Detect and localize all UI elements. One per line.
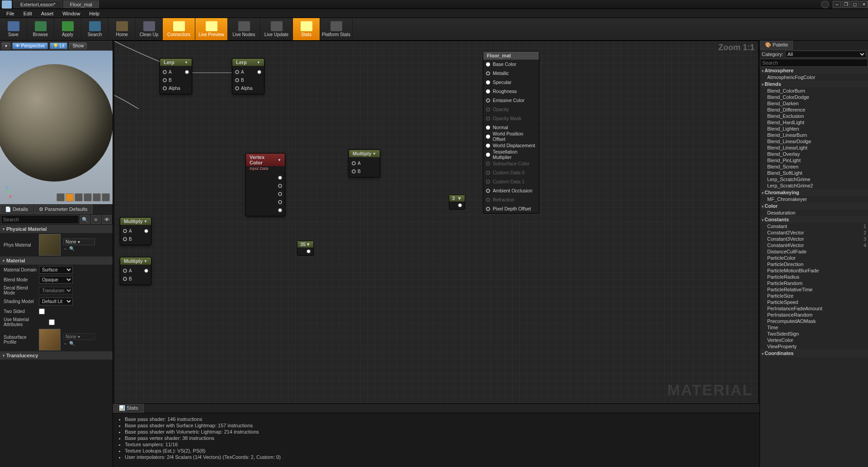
decal-blend-select[interactable]: Translucent: [39, 287, 73, 294]
platform-stats-button[interactable]: Platform Stats: [320, 18, 353, 40]
palette-group-header[interactable]: Color: [760, 202, 868, 210]
search-icon[interactable]: 🔍: [80, 215, 90, 224]
palette-item[interactable]: VertexColor: [760, 337, 868, 343]
palette-item[interactable]: ParticleMotionBlurFade: [760, 267, 868, 274]
palette-group-header[interactable]: Constants: [760, 216, 868, 223]
shape-sphere-button[interactable]: [66, 193, 74, 201]
palette-group-header[interactable]: Blends: [760, 80, 868, 88]
node-vertex-color[interactable]: Vertex Color▼ Input Data: [245, 153, 285, 216]
palette-item[interactable]: Blend_ColorDodge: [760, 94, 868, 100]
menu-edit[interactable]: Edit: [19, 10, 37, 17]
palette-item[interactable]: MF_Chromakeyer: [760, 196, 868, 202]
node-constant-35[interactable]: 35▼: [297, 241, 314, 256]
details-search-input[interactable]: [1, 215, 79, 224]
menu-window[interactable]: Window: [58, 10, 85, 17]
palette-list[interactable]: AtmosphereAtmosphericFogColorBlendsBlend…: [760, 67, 868, 467]
palette-item[interactable]: Blend_SoftLight: [760, 170, 868, 176]
tab-floor-mat[interactable]: Floor_mat: [63, 0, 99, 8]
node-constant-3[interactable]: 3▼: [449, 195, 465, 210]
node-lerp-2[interactable]: Lerp▼ A B Alpha: [232, 58, 264, 94]
search-button[interactable]: Search: [81, 18, 108, 40]
minimize-button[interactable]: ‒: [833, 1, 841, 8]
live-preview-button[interactable]: Live Preview: [195, 18, 228, 40]
palette-tab[interactable]: 🎨 Palette: [760, 41, 793, 50]
use-material-attr-checkbox[interactable]: [49, 319, 55, 325]
node-material-result[interactable]: Floor_mat Base Color Metallic Specular R…: [483, 51, 539, 214]
details-tab[interactable]: 📄 Details: [0, 205, 33, 214]
section-material[interactable]: Material: [0, 257, 113, 265]
palette-item[interactable]: Time: [760, 324, 868, 331]
shape-cylinder-button[interactable]: [57, 193, 65, 201]
palette-item[interactable]: ParticleRandom: [760, 280, 868, 286]
subsurface-thumb[interactable]: [39, 329, 61, 350]
palette-item[interactable]: Blend_Exclusion: [760, 113, 868, 119]
phys-material-dropdown[interactable]: None ▾: [63, 238, 95, 245]
palette-item[interactable]: ParticleSpeed: [760, 299, 868, 305]
palette-item[interactable]: PerInstanceFadeAmount: [760, 305, 868, 312]
material-preview-viewport[interactable]: Z Y X: [0, 51, 113, 204]
section-translucency[interactable]: Translucency: [0, 351, 113, 360]
browse-button[interactable]: Browse: [27, 18, 54, 40]
live-update-button[interactable]: Live Update: [260, 18, 293, 40]
palette-item[interactable]: DistanceCullFade: [760, 248, 868, 255]
palette-item[interactable]: Blend_PinLight: [760, 157, 868, 163]
stats-tab[interactable]: 📊 Stats: [113, 404, 144, 413]
live-nodes-button[interactable]: Live Nodes: [228, 18, 260, 40]
palette-item[interactable]: ParticleColor: [760, 255, 868, 261]
palette-category-select[interactable]: All: [785, 51, 866, 58]
palette-item[interactable]: Blend_LinearDodge: [760, 138, 868, 145]
source-control-icon[interactable]: [821, 1, 829, 8]
palette-item[interactable]: Blend_Lighten: [760, 126, 868, 132]
palette-item[interactable]: Blend_Overlay: [760, 151, 868, 157]
asset-nav-arrows[interactable]: ← 🔍: [63, 246, 95, 251]
restore-button[interactable]: ❐: [842, 1, 850, 8]
shading-model-select[interactable]: Default Lit: [39, 298, 73, 305]
lit-button[interactable]: 💡 Lit: [50, 42, 67, 49]
material-domain-select[interactable]: Surface: [39, 266, 73, 274]
palette-item[interactable]: PrecomputedAOMask: [760, 318, 868, 324]
close-button[interactable]: ✕: [860, 1, 868, 8]
menu-help[interactable]: Help: [85, 10, 104, 17]
palette-item[interactable]: Blend_Screen: [760, 163, 868, 170]
menu-asset[interactable]: Asset: [37, 10, 58, 17]
tab-exterior[interactable]: ExteriorLesson*: [14, 0, 62, 8]
apply-button[interactable]: Apply: [54, 18, 81, 40]
view-options-icon[interactable]: ≡: [91, 215, 101, 224]
node-multiply-2[interactable]: Multiply▼ A B: [120, 257, 151, 285]
palette-item[interactable]: Constant1: [760, 223, 868, 229]
palette-item[interactable]: Constant3Vector3: [760, 236, 868, 242]
show-button[interactable]: Show: [69, 42, 87, 49]
palette-item[interactable]: ParticleSize: [760, 293, 868, 299]
palette-search-input[interactable]: [760, 59, 868, 67]
connectors-button[interactable]: Connectors: [163, 18, 195, 40]
palette-item[interactable]: Blend_Difference: [760, 107, 868, 113]
palette-item[interactable]: Blend_Darken: [760, 100, 868, 107]
save-button[interactable]: Save: [0, 18, 27, 40]
palette-item[interactable]: TwoSidedSign: [760, 331, 868, 337]
palette-item[interactable]: Lerp_ScratchGrime: [760, 176, 868, 182]
palette-item[interactable]: ViewProperty: [760, 343, 868, 350]
shape-plane-button[interactable]: [75, 193, 83, 201]
palette-item[interactable]: Blend_LinearBurn: [760, 132, 868, 138]
palette-group-header[interactable]: Atmosphere: [760, 67, 868, 74]
shape-mesh-button[interactable]: [93, 193, 101, 201]
section-physical-material[interactable]: Physical Material: [0, 225, 113, 233]
shape-teapot-button[interactable]: [102, 193, 110, 201]
palette-item[interactable]: ParticleDirection: [760, 261, 868, 267]
palette-item[interactable]: Blend_ColorBurn: [760, 88, 868, 94]
palette-item[interactable]: AtmosphericFogColor: [760, 74, 868, 80]
node-multiply-1[interactable]: Multiply▼ A B: [120, 217, 151, 245]
shape-cube-button[interactable]: [84, 193, 92, 201]
phys-material-thumb[interactable]: [39, 234, 61, 256]
palette-item[interactable]: PerInstanceRandom: [760, 312, 868, 318]
palette-item[interactable]: Desaturation: [760, 210, 868, 216]
node-multiply-3[interactable]: Multiply▼ A B: [349, 149, 380, 177]
palette-group-header[interactable]: Coordinates: [760, 350, 868, 357]
material-graph[interactable]: Zoom 1:1 MATERIAL: [114, 41, 759, 404]
perspective-button[interactable]: 👁 Perspective: [12, 42, 48, 49]
palette-item[interactable]: Blend_HardLight: [760, 119, 868, 126]
palette-item[interactable]: Constant2Vector2: [760, 229, 868, 236]
blend-mode-select[interactable]: Opaque: [39, 276, 73, 284]
home-button[interactable]: Home: [108, 18, 136, 40]
palette-item[interactable]: ParticleRelativeTime: [760, 286, 868, 293]
